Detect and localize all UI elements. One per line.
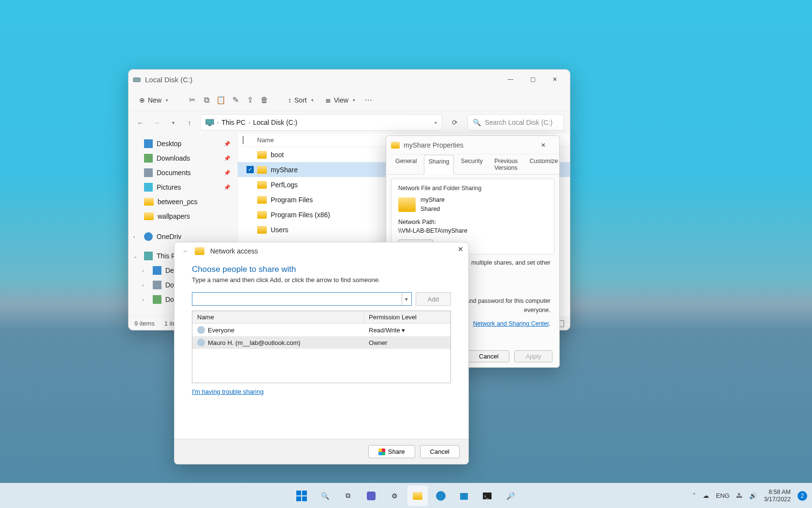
network-tray-icon[interactable]: 🖧 xyxy=(736,492,742,499)
breadcrumb-thispc[interactable]: This PC xyxy=(221,119,246,126)
history-chevron-icon[interactable]: ▾ xyxy=(167,120,179,125)
terminal-icon[interactable]: ›_ xyxy=(477,486,497,506)
explorer-titlebar[interactable]: Local Disk (C:) ― ▢ ✕ xyxy=(129,70,570,89)
back-button[interactable]: ← xyxy=(182,247,189,255)
downloads-icon xyxy=(153,295,161,304)
explorer-title: Local Disk (C:) xyxy=(145,75,192,84)
chevron-right-icon[interactable]: › xyxy=(142,268,144,273)
permission-level[interactable]: Read/Write ▾ xyxy=(364,325,450,335)
folder-icon xyxy=(257,151,267,159)
sidebar-label: wallpapers xyxy=(158,212,190,220)
maximize-button[interactable]: ▢ xyxy=(522,71,544,88)
chevron-down-icon[interactable]: ▾ xyxy=(435,120,437,125)
column-name[interactable]: Name xyxy=(192,311,364,323)
copy-icon[interactable]: ⧉ xyxy=(201,95,212,105)
sidebar-item-between-pcs[interactable]: between_pcs xyxy=(130,194,235,209)
sidebar-item-documents[interactable]: Documents📌 xyxy=(130,165,235,180)
more-icon[interactable]: ⋯ xyxy=(363,95,374,105)
breadcrumb-drive[interactable]: Local Disk (C:) xyxy=(253,119,297,126)
permission-level[interactable]: Owner xyxy=(364,338,450,347)
refresh-button[interactable]: ⟳ xyxy=(447,119,463,126)
close-button[interactable]: ✕ xyxy=(544,71,566,88)
apply-button[interactable]: Apply xyxy=(514,350,552,362)
close-button[interactable]: ✕ xyxy=(458,245,464,253)
store-icon[interactable] xyxy=(454,486,474,506)
share-row[interactable]: Mauro H. (m__lab@outlook.com) Owner xyxy=(192,336,450,349)
chevron-right-icon[interactable]: › xyxy=(142,283,144,288)
new-label: New xyxy=(148,96,161,104)
select-all-checkbox[interactable] xyxy=(243,136,244,144)
paste-icon[interactable]: 📋 xyxy=(216,95,226,105)
sidebar-item-desktop[interactable]: Desktop📌 xyxy=(130,136,235,151)
close-button[interactable]: ✕ xyxy=(532,136,554,154)
language-indicator[interactable]: ENG xyxy=(716,492,729,499)
user-icon xyxy=(197,326,205,334)
sidebar-label: Documents xyxy=(157,169,191,177)
add-button[interactable]: Add xyxy=(416,292,451,306)
sort-button[interactable]: ↕ Sort ▾ xyxy=(284,94,318,106)
onedrive-tray-icon[interactable]: ☁ xyxy=(703,492,709,499)
tab-general[interactable]: General xyxy=(391,154,421,174)
cancel-button[interactable]: Cancel xyxy=(420,445,460,458)
cancel-button[interactable]: Cancel xyxy=(468,350,509,362)
tab-previous-versions[interactable]: Previous Versions xyxy=(490,154,522,174)
address-bar[interactable]: › This PC › Local Disk (C:) ▾ xyxy=(200,114,442,131)
folder-icon xyxy=(257,166,267,174)
network-sharing-center-link[interactable]: Network and Sharing Center xyxy=(473,320,549,327)
minimize-button[interactable]: ― xyxy=(499,71,522,88)
svg-rect-5 xyxy=(296,496,301,501)
forward-button[interactable]: → xyxy=(151,119,162,127)
tab-sharing[interactable]: Sharing xyxy=(424,155,453,175)
rename-icon[interactable]: ✎ xyxy=(230,95,241,105)
cut-icon[interactable]: ✂ xyxy=(187,95,197,105)
view-button[interactable]: ≣ View ▾ xyxy=(321,94,359,106)
search-button[interactable]: 🔍 xyxy=(315,486,335,506)
teams-icon[interactable] xyxy=(361,486,381,506)
notification-badge[interactable]: 2 xyxy=(798,491,807,501)
network-access-dialog: ✕ ← Network access Choose people to shar… xyxy=(174,242,469,464)
edge-icon[interactable] xyxy=(431,486,451,506)
properties-titlebar[interactable]: myShare Properties ✕ xyxy=(386,136,559,154)
volume-tray-icon[interactable]: 🔊 xyxy=(749,492,757,499)
chevron-right-icon[interactable]: › xyxy=(142,297,144,302)
pc-icon xyxy=(144,252,153,260)
new-button[interactable]: ⊕ New ▾ xyxy=(135,94,172,106)
clock-time: 8:58 AM xyxy=(764,489,791,495)
sidebar-item-wallpapers[interactable]: wallpapers xyxy=(130,209,235,224)
folder-icon xyxy=(257,196,267,204)
status-item-count: 9 items xyxy=(134,320,155,327)
app-icon[interactable]: 🔎 xyxy=(500,486,521,506)
tray-chevron-icon[interactable]: ˄ xyxy=(693,492,696,499)
properties-title: myShare Properties xyxy=(404,141,464,149)
chevron-down-icon[interactable]: ▾ xyxy=(402,293,411,305)
file-explorer-taskbar-icon[interactable] xyxy=(407,486,428,506)
sidebar-item-downloads[interactable]: Downloads📌 xyxy=(130,151,235,165)
tab-security[interactable]: Security xyxy=(457,154,487,174)
up-button[interactable]: ↑ xyxy=(184,119,195,127)
task-view-button[interactable]: ⧉ xyxy=(338,486,358,506)
row-checkbox[interactable]: ✓ xyxy=(246,166,254,173)
share-button[interactable]: Share xyxy=(368,445,415,458)
back-button[interactable]: ← xyxy=(134,119,146,127)
explorer-nav: ← → ▾ ↑ › This PC › Local Disk (C:) ▾ ⟳ … xyxy=(129,111,570,134)
trouble-sharing-link[interactable]: I'm having trouble sharing xyxy=(192,388,263,395)
wizard-subtext: Type a name and then click Add, or click… xyxy=(192,276,451,284)
file-name: Users xyxy=(271,226,289,234)
tab-customize[interactable]: Customize xyxy=(525,154,560,174)
start-button[interactable] xyxy=(291,486,312,506)
chevron-right-icon[interactable]: › xyxy=(133,234,135,239)
settings-icon[interactable]: ⚙ xyxy=(384,486,405,506)
file-name: myShare xyxy=(271,166,298,174)
sidebar-label: Pictures xyxy=(157,183,181,191)
svg-rect-7 xyxy=(367,492,376,500)
chevron-down-icon[interactable]: ⌄ xyxy=(133,254,137,259)
share-row[interactable]: Everyone Read/Write ▾ xyxy=(192,324,450,336)
column-permission[interactable]: Permission Level xyxy=(364,311,450,323)
search-input[interactable]: 🔍 Search Local Disk (C:) xyxy=(467,114,564,131)
sidebar-item-pictures[interactable]: Pictures📌 xyxy=(130,180,235,194)
delete-icon[interactable]: 🗑 xyxy=(259,95,270,105)
share-icon[interactable]: ⇪ xyxy=(245,95,255,105)
sort-label: Sort xyxy=(294,96,307,104)
people-combo[interactable]: ▾ xyxy=(192,292,412,306)
clock[interactable]: 8:58 AM 3/17/2022 xyxy=(764,489,791,503)
